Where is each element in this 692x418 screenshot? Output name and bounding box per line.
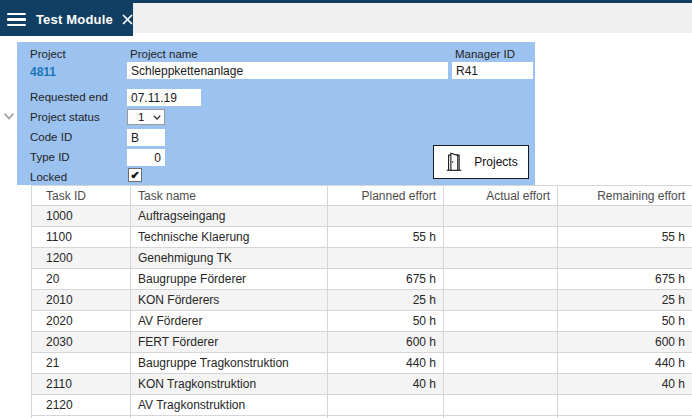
- tab-bar: Test Module: [0, 0, 692, 33]
- cell[interactable]: Auftragseingang: [131, 206, 328, 227]
- cell[interactable]: 40 h: [328, 374, 444, 395]
- cell[interactable]: 2110: [32, 374, 131, 395]
- cell[interactable]: 600 h: [328, 332, 444, 353]
- project-status-label: Project status: [30, 111, 100, 123]
- table-row[interactable]: 20Baugruppe Förderer675 h675 h: [32, 269, 692, 290]
- cell[interactable]: 21: [32, 353, 131, 374]
- cell[interactable]: [444, 311, 558, 332]
- cell[interactable]: 440 h: [558, 353, 692, 374]
- column-header-actual-effort[interactable]: Actual effort: [444, 186, 558, 206]
- project-label: Project: [30, 48, 66, 60]
- check-icon: ✔: [130, 170, 139, 181]
- cell[interactable]: 2120: [32, 395, 131, 416]
- cell[interactable]: 600 h: [558, 332, 692, 353]
- cell[interactable]: KON Förderers: [131, 290, 328, 311]
- cell[interactable]: [444, 206, 558, 227]
- table-row[interactable]: 2120AV Tragkonstruktion: [32, 395, 692, 416]
- cell[interactable]: [444, 290, 558, 311]
- cell[interactable]: 25 h: [558, 290, 692, 311]
- cell[interactable]: [328, 395, 444, 416]
- manager-id-label: Manager ID: [455, 48, 515, 60]
- cell[interactable]: 55 h: [558, 227, 692, 248]
- requested-end-input[interactable]: [127, 89, 201, 106]
- cell[interactable]: [328, 248, 444, 269]
- cell[interactable]: 50 h: [558, 311, 692, 332]
- cell[interactable]: 25 h: [328, 290, 444, 311]
- table-row[interactable]: 2030FERT Förderer600 h600 h: [32, 332, 692, 353]
- cell[interactable]: 2030: [32, 332, 131, 353]
- project-form-panel: Project Project name Manager ID 4811 Req…: [17, 42, 535, 185]
- cell[interactable]: 1000: [32, 206, 131, 227]
- cell[interactable]: [558, 395, 692, 416]
- cell[interactable]: [444, 269, 558, 290]
- cell[interactable]: 40 h: [558, 374, 692, 395]
- column-header-task-name[interactable]: Task name: [131, 186, 328, 206]
- tab-test-module[interactable]: Test Module: [0, 3, 133, 36]
- cell[interactable]: [444, 248, 558, 269]
- type-id-label: Type ID: [30, 151, 70, 163]
- code-id-label: Code ID: [30, 131, 72, 143]
- cell[interactable]: 50 h: [328, 311, 444, 332]
- manager-id-input[interactable]: [452, 62, 533, 79]
- requested-end-label: Requested end: [30, 91, 108, 103]
- cell[interactable]: 440 h: [328, 353, 444, 374]
- cell[interactable]: AV Förderer: [131, 311, 328, 332]
- close-icon[interactable]: [122, 14, 133, 25]
- locked-label: Locked: [30, 171, 67, 183]
- code-id-value: B: [131, 131, 139, 145]
- cell[interactable]: 675 h: [558, 269, 692, 290]
- table-row[interactable]: 1200Genehmigung TK: [32, 248, 692, 269]
- cell[interactable]: 20: [32, 269, 131, 290]
- task-table-body: 1000Auftragseingang1100Technische Klaeru…: [32, 206, 692, 418]
- cell[interactable]: [444, 374, 558, 395]
- cell[interactable]: 675 h: [328, 269, 444, 290]
- cell[interactable]: FERT Förderer: [131, 332, 328, 353]
- chevron-down-icon: [153, 115, 161, 120]
- project-number-link[interactable]: 4811: [30, 65, 56, 79]
- cell[interactable]: KON Tragkonstruktion: [131, 374, 328, 395]
- door-icon: [444, 151, 466, 173]
- cell[interactable]: Baugruppe Förderer: [131, 269, 328, 290]
- cell[interactable]: Technische Klaerung: [131, 227, 328, 248]
- cell[interactable]: 55 h: [328, 227, 444, 248]
- projects-button-label: Projects: [474, 155, 517, 169]
- code-id-field[interactable]: B: [127, 129, 165, 146]
- cell[interactable]: [558, 206, 692, 227]
- cell[interactable]: Genehmigung TK: [131, 248, 328, 269]
- type-id-input[interactable]: [127, 149, 165, 166]
- column-header-planned-effort[interactable]: Planned effort: [328, 186, 444, 206]
- column-header-task-id[interactable]: Task ID: [32, 186, 131, 206]
- table-row[interactable]: 2020AV Förderer50 h50 h: [32, 311, 692, 332]
- cell[interactable]: [444, 395, 558, 416]
- table-row[interactable]: 2010KON Förderers25 h25 h: [32, 290, 692, 311]
- cell[interactable]: [444, 353, 558, 374]
- chevron-down-icon[interactable]: [3, 110, 15, 119]
- cell[interactable]: [444, 227, 558, 248]
- table-row[interactable]: 21Baugruppe Tragkonstruktion440 h440 h: [32, 353, 692, 374]
- project-name-input[interactable]: [127, 62, 448, 79]
- table-row[interactable]: 1000Auftragseingang: [32, 206, 692, 227]
- task-table: Task IDTask namePlanned effortActual eff…: [31, 185, 692, 418]
- cell[interactable]: 1100: [32, 227, 131, 248]
- cell[interactable]: Baugruppe Tragkonstruktion: [131, 353, 328, 374]
- tab-title: Test Module: [36, 12, 113, 27]
- locked-checkbox[interactable]: ✔: [128, 168, 142, 182]
- cell[interactable]: [328, 206, 444, 227]
- cell[interactable]: AV Tragkonstruktion: [131, 395, 328, 416]
- menu-icon[interactable]: [7, 13, 26, 27]
- cell[interactable]: [558, 248, 692, 269]
- table-row[interactable]: 1100Technische Klaerung55 h55 h: [32, 227, 692, 248]
- cell[interactable]: 1200: [32, 248, 131, 269]
- project-name-label: Project name: [130, 48, 198, 60]
- projects-button[interactable]: Projects: [433, 145, 529, 179]
- project-status-value: 1: [138, 111, 144, 123]
- table-row[interactable]: 2110KON Tragkonstruktion40 h40 h: [32, 374, 692, 395]
- table-header-row: Task IDTask namePlanned effortActual eff…: [32, 186, 692, 206]
- cell[interactable]: 2020: [32, 311, 131, 332]
- cell[interactable]: 2010: [32, 290, 131, 311]
- project-status-select[interactable]: 1: [127, 109, 165, 125]
- column-header-remaining-effort[interactable]: Remaining effort: [558, 186, 692, 206]
- cell[interactable]: [444, 332, 558, 353]
